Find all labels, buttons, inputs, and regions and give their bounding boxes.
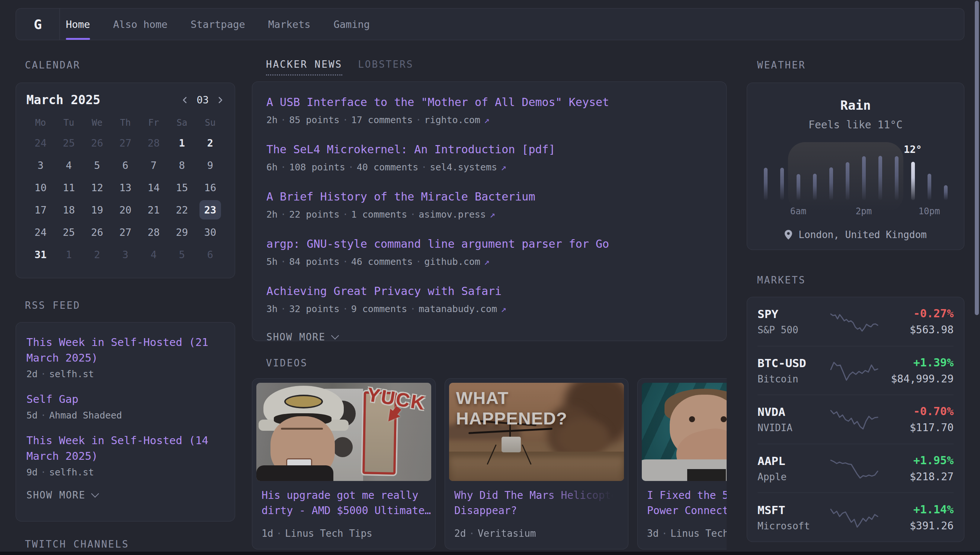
news-item-title[interactable]: Achieving Great Privacy with Safari bbox=[266, 284, 712, 298]
video-card[interactable]: WHAT HAPPENED? Why Did The Mars Helicopt… bbox=[444, 378, 629, 549]
news-item-domain-link[interactable]: asimov.press bbox=[419, 209, 486, 220]
news-item-comments[interactable]: 17 comments bbox=[351, 115, 413, 125]
rss-item[interactable]: This Week in Self-Hosted (21 March 2025)… bbox=[26, 334, 225, 379]
calendar-day-cell[interactable]: 6 bbox=[111, 154, 140, 176]
video-card[interactable]: DO TH T I Fixed the 5090 Power Connector… bbox=[637, 378, 727, 549]
news-source-tab[interactable]: LOBSTERS bbox=[358, 59, 413, 75]
calendar-day-cell[interactable]: 13 bbox=[111, 176, 140, 199]
market-change: +1.95% bbox=[883, 454, 954, 467]
rss-item[interactable]: This Week in Self-Hosted (14 March 2025)… bbox=[26, 433, 225, 478]
calendar-day-cell[interactable]: 7 bbox=[140, 154, 168, 176]
calendar-day-cell[interactable]: 28 bbox=[140, 132, 168, 154]
calendar-day-cell[interactable]: 1 bbox=[55, 243, 83, 266]
news-item-comments[interactable]: 1 comments bbox=[351, 209, 407, 220]
video-title[interactable]: I Fixed the 5090 Power Connector Pr bbox=[647, 488, 727, 518]
news-item-title[interactable]: argp: GNU-style command line argument pa… bbox=[266, 237, 712, 251]
video-thumbnail[interactable]: DO TH T bbox=[642, 383, 727, 481]
news-item-comments[interactable]: 9 comments bbox=[351, 303, 407, 314]
separator-dot: · bbox=[340, 209, 351, 220]
calendar-day-cell[interactable]: 14 bbox=[140, 176, 168, 199]
calendar-day-cell[interactable]: 4 bbox=[140, 243, 168, 266]
calendar-day-cell[interactable]: 2 bbox=[83, 243, 111, 266]
calendar-day-cell[interactable]: 24 bbox=[26, 132, 55, 154]
rss-item-title[interactable]: This Week in Self-Hosted (14 March 2025) bbox=[26, 433, 225, 464]
news-item: A Brief History of the Miracle Bacterium… bbox=[266, 190, 712, 220]
news-source-tab[interactable]: HACKER NEWS bbox=[266, 59, 342, 75]
calendar-day-cell[interactable]: 26 bbox=[83, 221, 111, 243]
video-thumbnail[interactable]: YUCK bbox=[257, 383, 431, 481]
market-row[interactable]: MSFT Microsoft +1.14% $391.26 bbox=[757, 492, 954, 542]
nav-tab[interactable]: Startpage bbox=[191, 8, 245, 40]
calendar-day-cell[interactable]: 1 bbox=[168, 132, 196, 154]
news-item-domain-link[interactable]: github.com bbox=[424, 256, 480, 267]
news-item-comments[interactable]: 40 comments bbox=[357, 162, 419, 173]
news-item-title[interactable]: The SeL4 Microkernel: An Introduction [p… bbox=[266, 143, 712, 157]
calendar-day-cell[interactable]: 19 bbox=[83, 199, 111, 221]
calendar-day-cell[interactable]: 10 bbox=[26, 176, 55, 199]
calendar-day-cell[interactable]: 27 bbox=[111, 132, 140, 154]
calendar-day-cell[interactable]: 23 bbox=[196, 199, 225, 221]
nav-tab[interactable]: Home bbox=[66, 8, 90, 40]
calendar-next-button[interactable] bbox=[216, 96, 225, 104]
calendar-day-cell[interactable]: 5 bbox=[83, 154, 111, 176]
video-thumbnail[interactable]: WHAT HAPPENED? bbox=[449, 383, 624, 481]
calendar-section-header: CALENDAR bbox=[25, 59, 235, 71]
weather-axis-label: 10pm bbox=[919, 206, 940, 217]
calendar-day-cell[interactable]: 29 bbox=[168, 221, 196, 243]
weather-temp-bar bbox=[862, 156, 866, 200]
calendar-day-cell[interactable]: 3 bbox=[111, 243, 140, 266]
calendar-day-cell[interactable]: 25 bbox=[55, 132, 83, 154]
market-row[interactable]: BTC-USD Bitcoin +1.39% $84,999.29 bbox=[757, 346, 954, 395]
calendar-day-cell[interactable]: 24 bbox=[26, 221, 55, 243]
calendar-day-cell[interactable]: 21 bbox=[140, 199, 168, 221]
market-row[interactable]: NVDA NVIDIA -0.70% $117.70 bbox=[757, 395, 954, 444]
calendar-day-cell[interactable]: 17 bbox=[26, 199, 55, 221]
calendar-day-cell[interactable]: 3 bbox=[26, 154, 55, 176]
calendar-day-cell[interactable]: 8 bbox=[168, 154, 196, 176]
calendar-day-cell[interactable]: 20 bbox=[111, 199, 140, 221]
calendar-day-cell[interactable]: 15 bbox=[168, 176, 196, 199]
calendar-day-cell[interactable]: 9 bbox=[196, 154, 225, 176]
news-show-more-button[interactable]: SHOW MORE bbox=[266, 332, 712, 343]
calendar-day-cell[interactable]: 28 bbox=[140, 221, 168, 243]
calendar-day-cell[interactable]: 27 bbox=[111, 221, 140, 243]
news-item-domain-link[interactable]: righto.com bbox=[424, 115, 480, 125]
rss-item-title[interactable]: Self Gap bbox=[26, 391, 225, 407]
rss-item-time: 9d bbox=[26, 467, 38, 478]
calendar-prev-button[interactable] bbox=[181, 96, 189, 104]
rss-item[interactable]: Self Gap 5d·Ahmad Shadeed bbox=[26, 391, 225, 421]
calendar-day-cell[interactable]: 12 bbox=[83, 176, 111, 199]
video-card[interactable]: YUCK bbox=[252, 378, 436, 549]
calendar-day-cell[interactable]: 2 bbox=[196, 132, 225, 154]
calendar-day-cell[interactable]: 18 bbox=[55, 199, 83, 221]
nav-tab[interactable]: Gaming bbox=[334, 8, 370, 40]
calendar-day-cell[interactable]: 5 bbox=[168, 243, 196, 266]
nav-tab[interactable]: Also home bbox=[113, 8, 167, 40]
calendar-day-cell[interactable]: 11 bbox=[55, 176, 83, 199]
video-title[interactable]: His upgrade got me really dirty - AMD $5… bbox=[261, 488, 426, 518]
market-row[interactable]: SPY S&P 500 -0.27% $563.98 bbox=[757, 297, 954, 346]
news-item-title[interactable]: A USB Interface to the "Mother of All De… bbox=[266, 95, 712, 109]
rss-item-title[interactable]: This Week in Self-Hosted (21 March 2025) bbox=[26, 334, 225, 366]
calendar-day-cell[interactable]: 16 bbox=[196, 176, 225, 199]
market-row[interactable]: AAPL Apple +1.95% $218.27 bbox=[757, 444, 954, 493]
weather-hour-slot: 6am bbox=[790, 152, 807, 200]
calendar-day-cell[interactable]: 25 bbox=[55, 221, 83, 243]
calendar-day-cell[interactable]: 22 bbox=[168, 199, 196, 221]
calendar-day-cell[interactable]: 30 bbox=[196, 221, 225, 243]
news-item-domain-link[interactable]: matanabudy.com bbox=[419, 303, 497, 314]
separator-dot: · bbox=[412, 256, 424, 267]
news-item-title[interactable]: A Brief History of the Miracle Bacterium bbox=[266, 190, 712, 204]
video-title[interactable]: Why Did The Mars Helicopter Disappear? bbox=[454, 488, 619, 518]
calendar-day-cell[interactable]: 31 bbox=[26, 243, 55, 266]
news-item-domain-link[interactable]: sel4.systems bbox=[430, 162, 497, 173]
calendar-day-cell[interactable]: 4 bbox=[55, 154, 83, 176]
right-column: WEATHER Rain Feels like 11°C 6am bbox=[747, 59, 964, 542]
nav-tab[interactable]: Markets bbox=[268, 8, 311, 40]
page-scrollbar[interactable] bbox=[975, 1, 979, 315]
weather-temp-bar bbox=[797, 174, 800, 200]
news-item-comments[interactable]: 46 comments bbox=[351, 256, 413, 267]
calendar-day-cell[interactable]: 6 bbox=[196, 243, 225, 266]
rss-show-more-button[interactable]: SHOW MORE bbox=[26, 489, 225, 501]
calendar-day-cell[interactable]: 26 bbox=[83, 132, 111, 154]
